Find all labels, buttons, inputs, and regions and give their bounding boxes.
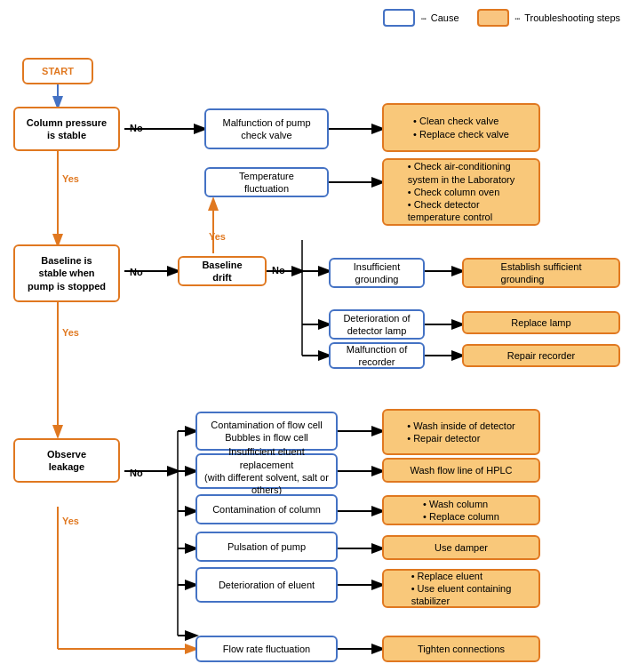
- yes-label-d1: Yes: [62, 173, 79, 184]
- trouble-flow-rate: Tighten connections: [382, 636, 540, 662]
- decision-observe-leakage: Observe leakage: [13, 438, 120, 483]
- cause-grounding: Insufficient grounding: [329, 258, 425, 288]
- trouble-grounding: Establish sufficient grounding: [462, 258, 620, 288]
- no-label-d3: No: [130, 468, 143, 478]
- main-container: ··· Cause ··· Troubleshooting steps: [0, 0, 638, 672]
- cause-detector-lamp: Deterioration of detector lamp: [329, 309, 425, 340]
- yes-label-d4: Yes: [209, 231, 226, 242]
- trouble-box-sample: [477, 9, 509, 27]
- trouble-temperature: • Check air-conditioning system in the L…: [382, 158, 540, 226]
- start-box: START: [22, 58, 93, 84]
- cause-box-sample: [383, 9, 415, 27]
- cause-recorder: Malfunction of recorder: [329, 342, 425, 369]
- yes-label-d2: Yes: [62, 327, 79, 338]
- legend-trouble: ··· Troubleshooting steps: [477, 9, 621, 27]
- trouble-column: • Wash column • Replace column: [382, 495, 540, 525]
- cause-temperature: Temperature fluctuation: [204, 167, 329, 197]
- cause-column-contamination: Contamination of column: [195, 494, 338, 524]
- legend-cause: ··· Cause: [383, 9, 459, 27]
- trouble-label: Troubleshooting steps: [524, 12, 620, 23]
- cause-pulsation: Pulsation of pump: [195, 532, 338, 562]
- trouble-lamp: Replace lamp: [462, 311, 620, 334]
- cause-pump-check-valve: Malfunction of pump check valve: [204, 108, 329, 149]
- decision-column-pressure: Column pressure is stable: [13, 107, 120, 151]
- no-label-d4: No: [272, 265, 285, 276]
- no-label-d1: No: [130, 123, 143, 133]
- decision-baseline-stable: Baseline is stable when pump is stopped: [13, 244, 120, 302]
- cause-flow-cell: Contamination of flow cell Bubbles in fl…: [195, 412, 338, 451]
- decision-baseline-drift: Baseline drift: [178, 256, 267, 286]
- legend: ··· Cause ··· Troubleshooting steps: [9, 9, 629, 27]
- trouble-flow-cell: • Wash inside of detector • Repair detec…: [382, 409, 540, 455]
- flowchart: START Column pressure is stable No Malfu…: [9, 36, 631, 672]
- cause-eluent-replacement: Insufficient eluent replacement (with di…: [195, 453, 338, 489]
- cause-label: Cause: [431, 12, 459, 23]
- cause-flow-rate: Flow rate fluctuation: [195, 636, 338, 662]
- yes-label-d3: Yes: [62, 516, 79, 526]
- trouble-eluent-deterioration: • Replace eluent • Use eluent containing…: [382, 569, 540, 608]
- trouble-check-valve: • Clean check valve • Replace check valv…: [382, 103, 540, 152]
- no-label-d2: No: [130, 267, 143, 277]
- trouble-pulsation: Use damper: [382, 535, 540, 560]
- cause-eluent-deterioration: Deterioration of eluent: [195, 567, 338, 603]
- trouble-recorder: Repair recorder: [462, 344, 620, 367]
- trouble-eluent-replacement: Wash flow line of HPLC: [382, 458, 540, 483]
